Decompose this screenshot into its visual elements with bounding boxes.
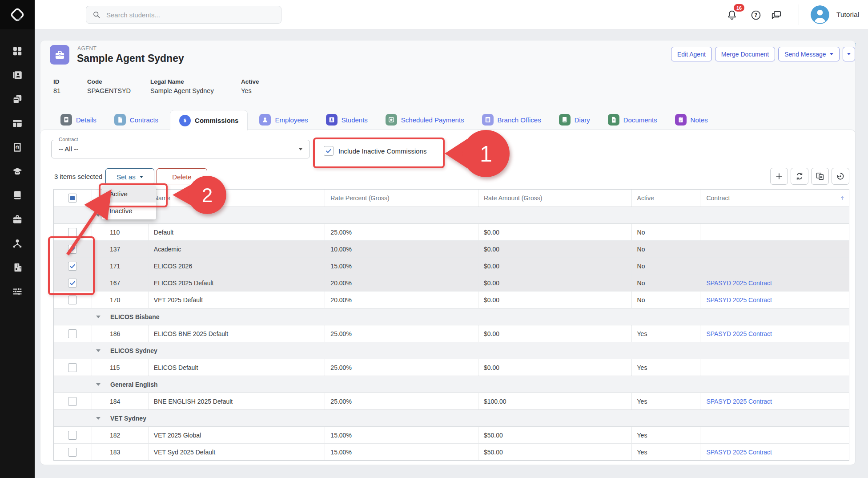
cell-name: ELICOS Default [148,359,325,376]
table-row[interactable]: 115 ELICOS Default 25.00% $0.00 Yes [54,359,849,376]
cell-rate-amount: $0.00 [478,359,631,376]
column-header-contract[interactable]: Contract [700,190,849,207]
search-box[interactable] [86,6,281,24]
cell-id: 115 [92,359,148,376]
table-row[interactable]: 184 BNE ENGLISH 2025 Default 25.00% $100… [54,393,849,410]
tab-contracts[interactable]: Contracts [108,110,165,130]
table-row[interactable]: 110 Default 25.00% $0.00 No [54,224,849,241]
menu-item-active[interactable]: Active [102,186,156,203]
tab-notes[interactable]: Notes [669,110,714,130]
group-row[interactable]: ELICOS Bisbane [54,308,849,325]
help-icon: ? [750,9,762,21]
contract-link[interactable]: SPASYD 2025 Contract [706,280,772,287]
merge-document-button[interactable]: Merge Document [715,47,775,61]
table-row[interactable]: 183 VET Syd 2025 Default 15.00% $50.00 Y… [54,444,849,460]
select-all-checkbox[interactable] [68,194,77,203]
documents-tab-icon [608,114,619,126]
contract-link[interactable]: SPASYD 2025 Contract [706,330,772,337]
sidebar-item-layout[interactable] [0,111,35,135]
delete-button[interactable]: Delete [157,168,207,185]
column-header-rate-amount[interactable]: Rate Amount (Gross) [478,190,631,207]
cell-active: Yes [631,444,700,460]
cell-id: 137 [92,241,148,257]
table-row[interactable]: 182 VET 2025 Global 15.00% $50.00 Yes [54,427,849,444]
row-checkbox[interactable] [68,329,77,338]
user-name[interactable]: Tutorial Admin [836,0,868,29]
send-message-button[interactable]: Send Message [778,47,839,61]
include-inactive-checkbox[interactable] [324,146,334,156]
cell-active: No [631,292,700,308]
sidebar-item-dashboard[interactable] [0,39,35,63]
collapse-caret-icon[interactable] [96,383,100,386]
cell-id: 171 [92,258,148,274]
set-as-button[interactable]: Set as [105,168,154,185]
group-row[interactable]: VET Sydney [54,409,849,427]
tab-students[interactable]: Students [320,110,374,130]
refresh-button[interactable] [791,168,808,185]
messages-button[interactable] [769,8,784,22]
contract-link[interactable]: SPASYD 2025 Contract [706,398,772,405]
collapse-caret-icon[interactable] [96,349,100,352]
duplicate-button[interactable] [811,168,829,185]
sidebar-item-network[interactable] [0,231,35,255]
collapse-caret-icon[interactable] [96,417,100,420]
contract-link[interactable]: SPASYD 2025 Contract [706,296,772,304]
more-actions-button[interactable] [843,47,855,61]
edit-agent-button[interactable]: Edit Agent [671,47,712,61]
group-row[interactable]: ELICOS Sydney [54,342,849,359]
collapse-caret-icon[interactable] [96,316,100,318]
sidebar-item-contacts[interactable] [0,63,35,87]
sidebar-item-payments[interactable]: $ [0,135,35,159]
tab-scheduled-payments[interactable]: Scheduled Payments [379,110,470,130]
table-row[interactable]: 171 ELICOS 2026 15.00% $0.00 No [54,258,849,275]
user-avatar[interactable] [811,5,829,24]
tab-employees[interactable]: Employees [253,110,314,130]
tab-details[interactable]: Details [54,110,103,130]
tab-documents[interactable]: Documents [602,110,663,130]
row-checkbox[interactable] [68,363,77,372]
column-header-active[interactable]: Active [631,190,700,207]
row-checkbox[interactable] [68,431,77,440]
cell-rate-amount: $0.00 [478,275,631,291]
topbar-divider [799,4,799,25]
sidebar-item-employment[interactable] [0,207,35,231]
history-icon [836,171,845,181]
contract-link[interactable]: SPASYD 2025 Contract [706,449,772,456]
column-header-name[interactable]: Name [148,190,325,207]
menu-item-inactive[interactable]: Inactive [102,203,156,219]
sidebar: $ [0,0,35,478]
agent-briefcase-icon [50,45,69,65]
sort-asc-icon[interactable] [839,195,845,201]
history-button[interactable] [832,168,849,185]
row-checkbox[interactable] [68,279,77,288]
row-checkbox[interactable] [68,228,77,237]
row-checkbox[interactable] [68,448,77,457]
sidebar-item-library[interactable] [0,183,35,207]
column-header-rate-percent[interactable]: Rate Percent (Gross) [325,190,478,207]
contract-filter-select[interactable]: Contract -- All -- [51,140,310,158]
help-button[interactable]: ? [749,8,763,22]
collapse-caret-icon[interactable] [96,214,100,217]
table-row[interactable]: 186 ELICOS BNE 2025 Default 25.00% $0.00… [54,325,849,342]
sidebar-item-settings[interactable] [0,280,35,304]
sidebar-item-documents[interactable] [0,87,35,111]
row-checkbox[interactable] [68,262,77,271]
add-button[interactable] [770,168,788,185]
row-checkbox[interactable] [68,397,77,406]
search-input[interactable] [105,11,272,19]
row-checkbox[interactable] [68,296,77,304]
table-row[interactable]: 137 Academic 10.00% $0.00 No [54,241,849,258]
table-row[interactable]: 167 ELICOS 2025 Default 20.00% $0.00 No … [54,275,849,292]
row-checkbox[interactable] [68,245,77,254]
sidebar-item-organisation[interactable] [0,255,35,280]
cell-rate-percent: 15.00% [325,258,478,274]
group-row[interactable]: General English [54,376,849,393]
tab-branch-offices[interactable]: Branch Offices [476,110,547,130]
group-row[interactable] [54,207,849,224]
documents-icon [12,93,23,105]
table-row[interactable]: 170 VET 2025 Default 20.00% $0.00 No SPA… [54,292,849,308]
tab-diary[interactable]: Diary [553,110,596,130]
app-logo-icon[interactable] [0,0,35,29]
sidebar-item-courses[interactable] [0,159,35,183]
tab-commissions[interactable]: $ Commissions [170,110,248,130]
